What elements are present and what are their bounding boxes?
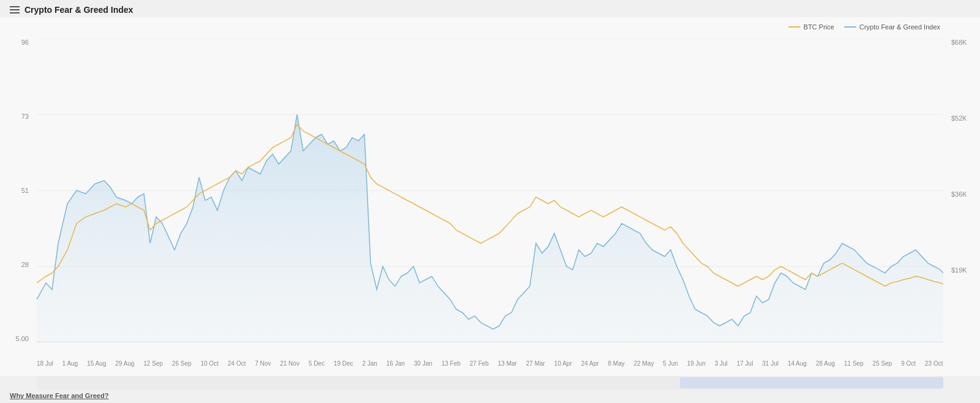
x-label-4: 12 Sep: [143, 360, 163, 367]
legend-btc: BTC Price: [788, 23, 834, 31]
y-axis-left: 96 73 51 28 5.00: [0, 39, 34, 342]
y-left-51: 51: [21, 187, 29, 194]
y-left-5: 5.00: [16, 335, 29, 342]
x-label-13: 16 Jan: [386, 360, 405, 367]
chart-svg-area: [37, 39, 943, 342]
x-label-18: 27 Mar: [526, 360, 545, 367]
scrollbar-track[interactable]: [680, 377, 943, 388]
x-label-5: 26 Sep: [172, 360, 192, 367]
x-label-15: 13 Feb: [442, 360, 461, 367]
y-right-52k: $52K: [951, 115, 967, 122]
x-label-7: 24 Oct: [228, 360, 246, 367]
y-right-19k: $19K: [951, 266, 967, 274]
x-label-0: 18 Jul: [37, 360, 53, 367]
x-axis: 18 Jul 1 Aug 15 Aug 29 Aug 12 Sep 26 Sep…: [37, 360, 943, 367]
x-label-32: 9 Oct: [901, 360, 916, 367]
y-left-28: 28: [21, 261, 29, 268]
x-label-20: 24 Apr: [581, 360, 599, 367]
x-label-22: 22 May: [634, 360, 654, 367]
x-label-25: 3 Jul: [715, 360, 728, 367]
footer-link[interactable]: Why Measure Fear and Greed?: [0, 390, 980, 403]
index-legend-dot: [844, 26, 856, 28]
x-label-14: 30 Jan: [414, 360, 432, 367]
x-label-16: 27 Feb: [470, 360, 489, 367]
btc-legend-dot: [788, 26, 801, 28]
x-label-10: 5 Dec: [309, 360, 325, 367]
x-label-2: 15 Aug: [87, 360, 106, 367]
page-wrapper: Crypto Fear & Greed Index BTC Price Cryp…: [0, 0, 980, 403]
x-label-28: 14 Aug: [788, 360, 807, 367]
x-label-24: 19 Jun: [687, 360, 706, 367]
x-label-11: 19 Dec: [334, 360, 353, 367]
x-label-21: 8 May: [608, 360, 625, 367]
x-label-17: 13 Mar: [498, 360, 517, 367]
index-area: [37, 115, 943, 342]
x-label-1: 1 Aug: [62, 360, 78, 367]
y-axis-right: $68K $52K $36K $19K: [946, 39, 980, 342]
btc-legend-label: BTC Price: [804, 23, 834, 31]
x-label-8: 7 Nov: [255, 360, 271, 367]
page-title: Crypto Fear & Greed Index: [24, 5, 133, 15]
y-right-68k: $68K: [951, 39, 967, 46]
chart-container: BTC Price Crypto Fear & Greed Index 96 7…: [0, 17, 980, 376]
y-right-36k: $36K: [951, 190, 967, 198]
legend: BTC Price Crypto Fear & Greed Index: [788, 23, 940, 31]
x-label-29: 28 Aug: [816, 360, 835, 367]
x-label-6: 10 Oct: [200, 360, 218, 367]
x-label-19: 10 Apr: [554, 360, 572, 367]
header: Crypto Fear & Greed Index: [0, 0, 980, 17]
scrollbar-area[interactable]: [37, 376, 943, 390]
y-left-73: 73: [21, 113, 29, 120]
x-label-23: 5 Jun: [663, 360, 677, 367]
x-label-30: 11 Sep: [844, 360, 864, 367]
legend-index: Crypto Fear & Greed Index: [844, 23, 940, 31]
x-label-33: 23 Oct: [925, 360, 943, 367]
x-label-12: 2 Jan: [362, 360, 377, 367]
y-left-96: 96: [21, 39, 29, 46]
hamburger-icon[interactable]: [10, 6, 20, 13]
x-label-9: 21 Nov: [280, 360, 300, 367]
chart-svg: [37, 39, 943, 342]
x-label-3: 29 Aug: [115, 360, 134, 367]
x-label-31: 25 Sep: [873, 360, 892, 367]
x-label-27: 31 Jul: [762, 360, 778, 367]
x-label-26: 17 Jul: [737, 360, 753, 367]
index-legend-label: Crypto Fear & Greed Index: [859, 23, 940, 31]
